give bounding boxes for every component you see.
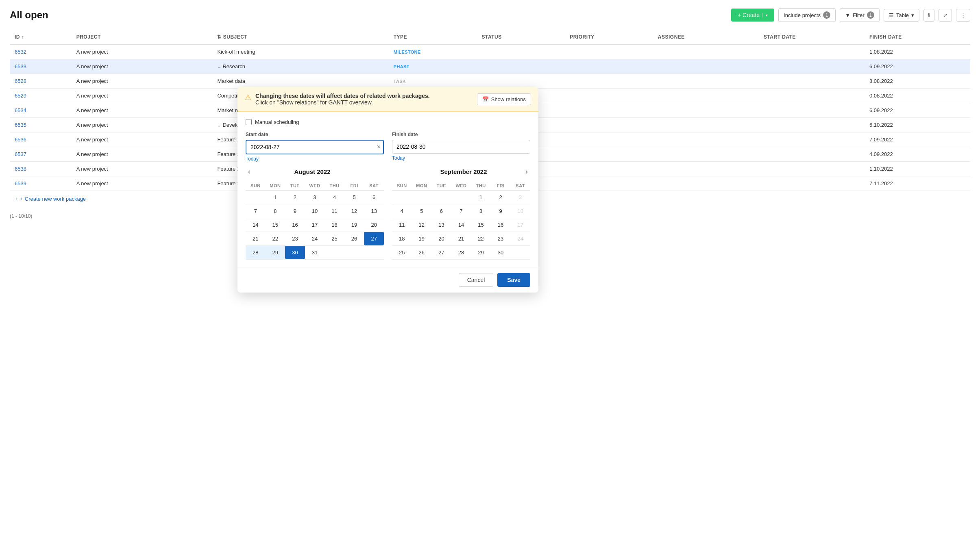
table-row[interactable]: 6533 A new project ⌄Research PHASE 6.09.… [10,59,970,74]
col-header-start-date[interactable]: START DATE [759,30,865,44]
id-link[interactable]: 6533 [15,63,26,69]
calendar-day[interactable]: 1 [266,190,285,204]
calendar-day[interactable]: 19 [344,218,364,232]
expand-button[interactable]: ⤢ [939,9,952,22]
calendar-day[interactable]: 23 [491,232,511,245]
calendar-day[interactable]: 22 [471,232,491,245]
col-header-subject[interactable]: ⇅ SUBJECT [212,30,388,44]
id-link[interactable]: 6528 [15,78,26,84]
calendar-day[interactable]: 3 [305,190,325,204]
calendar-day[interactable]: 6 [364,190,384,204]
calendar-day[interactable]: 30 [491,245,511,259]
calendar-day[interactable]: 18 [392,232,412,245]
calendar-day[interactable]: 24 [510,232,530,245]
id-link[interactable]: 6537 [15,151,26,157]
calendar-day[interactable]: 20 [431,232,451,245]
calendar-day[interactable]: 29 [471,245,491,259]
table-row[interactable]: 6532 A new project Kick-off meeting MILE… [10,44,970,59]
calendar-day[interactable]: 18 [324,218,344,232]
calendar-day[interactable]: 30 [285,245,305,259]
calendar-day[interactable]: 26 [344,232,364,245]
finish-date-input[interactable] [392,140,530,154]
next-month-button[interactable]: › [523,167,530,177]
filter-button[interactable]: ▼ Filter 1 [840,8,880,22]
calendar-day[interactable]: 13 [431,218,451,232]
calendar-day[interactable]: 28 [451,245,471,259]
id-link[interactable]: 6538 [15,166,26,172]
cancel-button[interactable]: Cancel [459,273,494,287]
include-projects-button[interactable]: Include projects 1 [778,8,836,22]
calendar-day[interactable]: 11 [324,204,344,218]
col-header-priority[interactable]: PRIORITY [565,30,653,44]
calendar-day[interactable]: 28 [246,245,266,259]
id-link[interactable]: 6535 [15,122,26,128]
calendar-day[interactable]: 20 [364,218,384,232]
calendar-day[interactable]: 16 [285,218,305,232]
calendar-day[interactable]: 13 [364,204,384,218]
info-button[interactable]: ℹ [923,9,934,22]
calendar-day[interactable]: 24 [305,232,325,245]
calendar-day[interactable]: 4 [324,190,344,204]
col-header-id[interactable]: ID ↑ [10,30,72,44]
finish-date-today-link[interactable]: Today [392,155,530,161]
calendar-day[interactable]: 7 [451,204,471,218]
calendar-day[interactable]: 19 [412,232,432,245]
start-date-clear-button[interactable]: × [377,143,381,151]
calendar-day[interactable]: 27 [364,232,384,245]
calendar-day[interactable]: 31 [305,245,325,259]
prev-month-button[interactable]: ‹ [246,167,253,177]
calendar-day[interactable]: 6 [431,204,451,218]
start-date-today-link[interactable]: Today [246,156,384,162]
show-relations-button[interactable]: 📅 Show relations [477,93,531,105]
calendar-day[interactable]: 10 [305,204,325,218]
calendar-day[interactable]: 1 [471,190,491,204]
calendar-day[interactable]: 8 [266,204,285,218]
id-link[interactable]: 6532 [15,49,26,55]
id-link[interactable]: 6539 [15,180,26,186]
calendar-day[interactable]: 22 [266,232,285,245]
calendar-day[interactable]: 15 [471,218,491,232]
calendar-day[interactable]: 23 [285,232,305,245]
calendar-day[interactable]: 25 [324,232,344,245]
create-chevron-icon[interactable]: ▾ [762,13,768,17]
save-button[interactable]: Save [497,273,530,287]
calendar-day[interactable]: 8 [471,204,491,218]
calendar-day[interactable]: 25 [392,245,412,259]
calendar-day[interactable]: 14 [246,218,266,232]
calendar-day[interactable]: 5 [344,190,364,204]
calendar-day[interactable]: 9 [285,204,305,218]
calendar-day[interactable]: 21 [451,232,471,245]
calendar-day[interactable]: 7 [246,204,266,218]
calendar-day[interactable]: 21 [246,232,266,245]
start-date-input[interactable] [246,140,384,154]
calendar-day[interactable]: 17 [305,218,325,232]
create-button[interactable]: + Create ▾ [731,9,774,22]
calendar-day[interactable]: 16 [491,218,511,232]
calendar-day[interactable]: 2 [285,190,305,204]
col-header-finish-date[interactable]: FINISH DATE [865,30,970,44]
calendar-day[interactable]: 27 [431,245,451,259]
more-options-button[interactable]: ⋮ [956,9,970,22]
calendar-day[interactable]: 12 [344,204,364,218]
col-header-assignee[interactable]: ASSIGNEE [653,30,759,44]
calendar-day[interactable]: 26 [412,245,432,259]
calendar-day[interactable]: 12 [412,218,432,232]
col-header-project[interactable]: PROJECT [72,30,213,44]
table-row[interactable]: 6528 A new project Market data TASK 8.08… [10,74,970,89]
calendar-day[interactable]: 4 [392,204,412,218]
table-view-button[interactable]: ☰ Table ▾ [884,9,919,22]
calendar-day[interactable]: 29 [266,245,285,259]
col-header-type[interactable]: TYPE [389,30,477,44]
manual-scheduling-checkbox[interactable] [246,119,252,125]
calendar-day[interactable]: 14 [451,218,471,232]
col-header-status[interactable]: STATUS [477,30,565,44]
calendar-day[interactable]: 15 [266,218,285,232]
calendar-day[interactable]: 5 [412,204,432,218]
id-link[interactable]: 6536 [15,137,26,143]
calendar-day[interactable]: 11 [392,218,412,232]
calendar-day[interactable]: 3 [510,190,530,204]
calendar-day[interactable]: 9 [491,204,511,218]
calendar-day[interactable]: 2 [491,190,511,204]
id-link[interactable]: 6529 [15,93,26,99]
calendar-day[interactable]: 10 [510,204,530,218]
